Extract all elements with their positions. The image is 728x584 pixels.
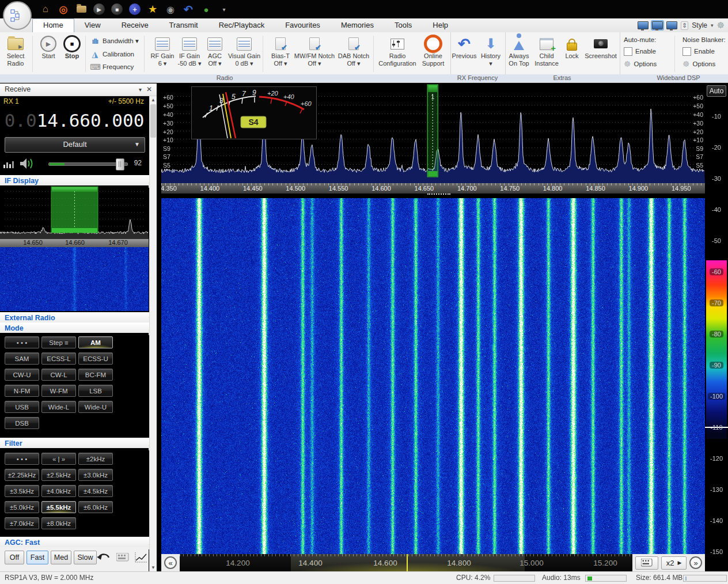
keypad-entry-button[interactable] [635,556,658,570]
history-dropdown[interactable]: ⬇ History ▾ [477,33,504,74]
waterfall-display[interactable] [161,198,705,554]
tab-transmit[interactable]: Transmit [159,18,208,32]
application-menu-button[interactable] [3,1,32,30]
filter-button-4.5khz[interactable]: ±4.5kHz [78,485,113,497]
visual-gain-dropdown[interactable]: Visual Gain 0 dB ▾ [227,33,261,74]
tab-memories[interactable]: Memories [331,18,384,32]
radio-configuration-button[interactable]: Radio Configuration [378,33,417,74]
tab-favourites[interactable]: Favourites [275,18,331,32]
tab-tools[interactable]: Tools [384,18,422,32]
filter-button-3.0khz[interactable]: ±3.0kHz [78,469,113,481]
filter-button-3.5khz[interactable]: ±3.5kHz [5,485,39,497]
style-menu[interactable]: Style [692,21,707,29]
play-icon[interactable]: ▶ [93,3,105,16]
agc-chart-icon[interactable] [135,552,147,563]
zoom-step-icon[interactable]: ▶ [677,560,681,566]
speaker-icon[interactable] [20,157,35,170]
filter-button-5.5khz[interactable]: ±5.5kHz [41,501,76,513]
filter-button-5.0khz[interactable]: ±5.0kHz [5,501,39,513]
agc-button-med[interactable]: Med [51,551,71,564]
always-on-top-button[interactable]: Always On Top [506,33,532,74]
if-waterfall-display[interactable] [0,247,149,311]
rf-gain-dropdown[interactable]: RF Gain 6 ▾ [149,33,176,74]
auto-mute-enable-checkbox[interactable]: Enable [624,45,670,58]
panel-collapse-icon[interactable]: ▾ [139,84,142,96]
tab-help[interactable]: Help [422,18,458,32]
noise-blanker-enable-checkbox[interactable]: Enable [682,45,728,58]
waterfall-canvas[interactable] [161,198,705,554]
lock-button[interactable]: Lock [561,33,583,74]
toolbar-more-icon[interactable]: ▾ [218,3,230,16]
agc-dropdown[interactable]: AGC Off ▾ [203,33,227,74]
pan-left-button[interactable]: « [164,556,177,569]
frequency-button[interactable]: ⌨Frequency [90,61,143,73]
monitor-3-icon[interactable] [666,21,677,29]
bias-t-dropdown[interactable]: Bias-T Off ▾ [267,33,294,74]
child-instance-button[interactable]: Child Instance [532,33,561,74]
dab-notch-dropdown[interactable]: DAB Notch Off ▾ [335,33,372,74]
agc-button-fast[interactable]: Fast [26,551,48,564]
filter-button-[interactable]: « | » [41,453,76,465]
stop-button[interactable]: ■ Stop [60,33,84,74]
mode-button-cw-l[interactable]: CW-L [41,369,76,381]
mode-button-dsb[interactable]: DSB [5,417,39,429]
frequency-display[interactable]: 0.014.660.000 [0,107,149,134]
mode-button-ecss-l[interactable]: ECSS-L [41,352,76,365]
monitor-2-icon[interactable] [652,21,663,29]
mode-button-am[interactable]: AM [78,336,113,348]
favourites-star-icon[interactable]: ★ [146,3,159,16]
add-icon[interactable]: + [128,3,141,16]
scroll-down-icon[interactable]: ▼ [150,564,157,571]
home-icon[interactable]: ⌂ [39,3,52,16]
panel-scrollbar[interactable]: ▲ ▼ [149,96,157,571]
start-button[interactable]: ▶ Start [37,33,60,74]
filter-button-2khz[interactable]: ±2kHz [78,453,113,465]
spectrum-frequency-scale[interactable]: 14.35014.40014.45014.50014.55014.60014.6… [161,183,705,194]
filter-button-6.0khz[interactable]: ±6.0kHz [78,501,113,513]
if-gain-dropdown[interactable]: IF Gain -50 dB ▾ [176,33,203,74]
tab-view[interactable]: View [74,18,111,32]
camera-icon[interactable]: ◉ [164,3,177,16]
profile-dropdown[interactable]: Default▼ [5,137,145,153]
style-caret-icon[interactable]: ▾ [711,22,714,28]
tab-home[interactable]: Home [32,18,74,32]
volume-slider[interactable] [48,162,128,166]
screenshot-button[interactable]: Screenshot [583,33,619,74]
arrange-windows-icon[interactable]: ⇕ [681,21,688,30]
filter-button-7.0khz[interactable]: ±7.0kHz [5,517,39,529]
mode-button-wide-u[interactable]: Wide-U [78,401,113,413]
agc-keypad-icon[interactable] [116,553,129,562]
if-spectrum-display[interactable] [0,185,149,239]
monitor-1-icon[interactable] [638,21,649,29]
undo-icon[interactable]: ↶ [182,3,195,16]
filter-button-8.0khz[interactable]: ±8.0kHz [41,517,76,529]
bandwidth-menu[interactable]: ıllıBandwidth ▾ [90,35,143,47]
equalizer-icon[interactable] [3,159,15,168]
scrollbar-thumb[interactable] [150,104,156,138]
mode-button-ecss-u[interactable]: ECSS-U [78,352,113,365]
settings-gear-icon[interactable]: ☸ [717,20,725,31]
panel-close-icon[interactable]: ✕ [146,84,152,96]
agc-button-off[interactable]: Off [5,551,24,564]
mw-fm-notch-dropdown[interactable]: MW/FM Notch Off ▾ [294,33,335,74]
zoom-button[interactable]: x2 ▶ [661,556,687,570]
mode-button-usb[interactable]: USB [5,401,39,413]
auto-range-button[interactable]: Auto [707,85,726,97]
band-navigation-bar[interactable]: 14.20014.40014.60014.80015.00015.200 « x… [161,554,705,571]
stop-icon[interactable]: ■ [111,3,123,16]
support-life-ring-icon[interactable]: ◎ [57,3,70,16]
online-support-button[interactable]: Online Support [417,33,449,74]
select-radio-button[interactable]: Select Radio [0,33,31,74]
folder-icon[interactable] [75,3,88,16]
previous-frequency-button[interactable]: ↶ Previous [451,33,477,74]
pan-right-button[interactable]: » [689,556,702,569]
mode-button-wide-l[interactable]: Wide-L [41,401,76,413]
scroll-up-icon[interactable]: ▲ [150,96,157,104]
mode-button-sam[interactable]: SAM [5,352,39,365]
tab-rec-playback[interactable]: Rec/Playback [208,18,275,32]
filter-button-2.5khz[interactable]: ±2.5kHz [41,469,76,481]
agc-button-slow[interactable]: Slow [74,551,97,564]
mode-button-lsb[interactable]: LSB [78,385,113,397]
calibration-button[interactable]: ◮Calibration [90,48,143,60]
volume-slider-handle[interactable] [116,158,124,170]
